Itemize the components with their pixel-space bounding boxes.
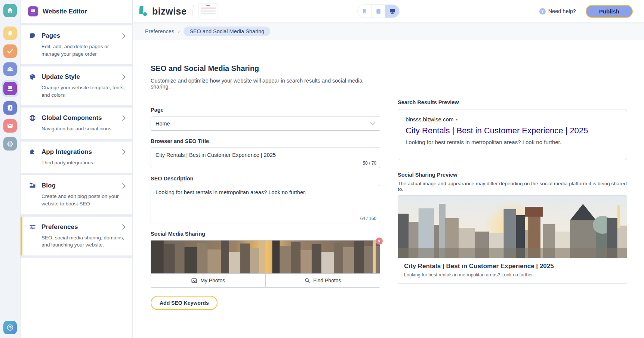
social-preview-label: Social Sharing Preview	[398, 172, 627, 178]
email-icon[interactable]	[3, 119, 17, 133]
contacts-group-icon[interactable]	[3, 62, 17, 76]
seo-description-input[interactable]: Looking for best rentals in metropolitan…	[151, 185, 380, 214]
need-help[interactable]: ? Need help?	[539, 8, 576, 15]
sidebar-item-label: Global Components	[41, 114, 117, 122]
chevron-down-icon	[370, 122, 375, 125]
website-editor-icon[interactable]	[3, 82, 17, 95]
sliders-icon	[29, 223, 36, 231]
sidebar-item-description: Third party integrations	[41, 159, 126, 167]
search-preview-label: Search Results Preview	[398, 99, 459, 105]
seo-title-field: 50 / 70	[151, 148, 380, 168]
chevron-right-icon	[122, 149, 126, 155]
social-image-card: × My Photos Find Photos	[151, 240, 380, 288]
caret-down-icon: ▾	[456, 117, 457, 121]
search-results-preview-card: binsss.bizwise.com ▾ City Rentals | Best…	[398, 109, 627, 160]
sidebar-item-pages[interactable]: Pages Edit, add, and delete pages or man…	[21, 25, 132, 64]
page-select-value: Home	[155, 121, 170, 127]
chevron-right-icon	[122, 74, 126, 80]
social-preview-description: Looking for best rentals in metropolitan…	[404, 272, 621, 277]
palette-icon	[29, 73, 36, 81]
sidebar-item-label: Blog	[41, 182, 117, 189]
breadcrumb-separator-icon: ‹	[178, 28, 180, 35]
social-sharing-label: Social Media Sharing	[151, 231, 380, 237]
website-editor-badge-icon	[28, 6, 38, 16]
content: SEO and Social Media Sharing Customize a…	[133, 40, 644, 338]
social-preview-helper: The actual image and appearance may diff…	[398, 181, 627, 192]
chevron-right-icon	[122, 115, 126, 121]
sidebar-gap	[21, 255, 132, 258]
sidebar-item-label: Preferences	[41, 223, 117, 231]
find-photos-button[interactable]: Find Photos	[266, 274, 380, 287]
tasks-icon[interactable]	[3, 44, 17, 58]
sidebar-item-blog[interactable]: Blog Create and edit blog posts on your …	[21, 175, 132, 214]
breadcrumb-current: SEO and Social Media Sharing	[184, 27, 270, 36]
page-select[interactable]: Home	[151, 117, 380, 131]
site-preview-thumbnail[interactable]	[199, 4, 218, 19]
puzzle-icon	[29, 148, 36, 156]
search-icon	[304, 277, 310, 283]
sidebar-item-app-integrations[interactable]: App Integrations Third party integration…	[21, 142, 132, 173]
editor-sidebar: Website Editor Pages Edit, add, and dele…	[21, 0, 133, 338]
previews: Search Results Preview binsss.bizwise.co…	[398, 64, 627, 338]
brand-divider	[192, 5, 194, 18]
address-book-icon[interactable]	[3, 101, 17, 115]
tablet-preview-button[interactable]	[372, 5, 385, 18]
seo-description-counter: 64 / 160	[360, 216, 376, 221]
pages-icon	[29, 32, 36, 40]
sidebar-item-label: Pages	[41, 32, 117, 40]
breadcrumb: Preferences ‹ SEO and Social Media Shari…	[133, 22, 644, 40]
preview-result-title[interactable]: City Rentals | Best in Customer Experien…	[406, 126, 619, 136]
sidebar-item-label: Update Style	[41, 73, 117, 81]
page-subtitle: Customize and optimize how your website …	[151, 78, 380, 90]
sidebar-header: Website Editor	[21, 0, 132, 23]
tablet-icon	[375, 8, 382, 15]
bizwise-logo-icon	[138, 6, 148, 17]
brand: bizwise	[138, 4, 218, 19]
sidebar-item-description: SEO, social media sharing, domains, and …	[41, 234, 126, 249]
page-title: SEO and Social Media Sharing	[151, 64, 380, 73]
image-icon	[191, 277, 197, 284]
publish-button[interactable]: Publish	[586, 5, 633, 18]
seo-description-field: Looking for best rentals in metropolitan…	[151, 185, 380, 223]
page-field-label: Page	[151, 107, 164, 113]
sidebar-item-preferences[interactable]: Preferences SEO, social media sharing, d…	[21, 217, 132, 255]
upgrade-icon[interactable]	[3, 321, 17, 334]
sidebar-item-description: Navigation bar and social icons	[41, 125, 126, 133]
home-glyph	[6, 7, 14, 14]
domain-text: binsss.bizwise.com	[406, 116, 453, 123]
city-skyline-photo	[151, 241, 380, 273]
sidebar-item-update-style[interactable]: Update Style Change your website templat…	[21, 66, 132, 105]
rail-divider	[0, 22, 20, 22]
chevron-right-icon	[122, 224, 126, 230]
desktop-preview-button[interactable]	[385, 5, 399, 18]
photo-buttons: My Photos Find Photos	[151, 273, 380, 287]
active-rail-highlight	[2, 80, 18, 97]
add-seo-keywords-button[interactable]: Add SEO Keywords	[151, 296, 218, 310]
app-rail: ⚙	[0, 0, 21, 338]
breadcrumb-parent[interactable]: Preferences	[145, 28, 174, 34]
sidebar-item-description: Create and edit blog posts on your websi…	[41, 193, 126, 207]
mobile-preview-button[interactable]	[358, 5, 372, 18]
my-photos-label: My Photos	[200, 277, 225, 283]
section-divider	[151, 98, 380, 98]
notifications-icon[interactable]	[3, 27, 17, 40]
remove-image-button[interactable]: ×	[376, 238, 383, 245]
sidebar-item-global-components[interactable]: Global Components Navigation bar and soc…	[21, 108, 132, 139]
seo-form: SEO and Social Media Sharing Customize a…	[151, 64, 380, 338]
settings-icon[interactable]: ⚙	[3, 137, 17, 151]
gear-glyph: ⚙	[7, 140, 14, 148]
sidebar-item-description: Edit, add, and delete pages or manage yo…	[41, 43, 126, 58]
seo-title-input[interactable]	[151, 148, 380, 162]
app-window: ⚙ Website Editor Pages Edit, add, and de…	[0, 0, 644, 338]
blog-icon	[29, 182, 36, 189]
sidebar-item-description: Change your website template, fonts, and…	[41, 84, 126, 99]
topbar-right: ? Need help? Publish	[539, 5, 633, 18]
home-icon[interactable]	[3, 4, 17, 17]
monitor-icon	[389, 7, 396, 15]
need-help-label: Need help?	[548, 8, 576, 14]
chevron-right-icon	[122, 183, 126, 189]
my-photos-button[interactable]: My Photos	[151, 274, 266, 287]
help-icon: ?	[539, 8, 546, 15]
device-preview-toggle	[357, 4, 400, 18]
top-bar: bizwise ? Need h	[133, 0, 644, 22]
